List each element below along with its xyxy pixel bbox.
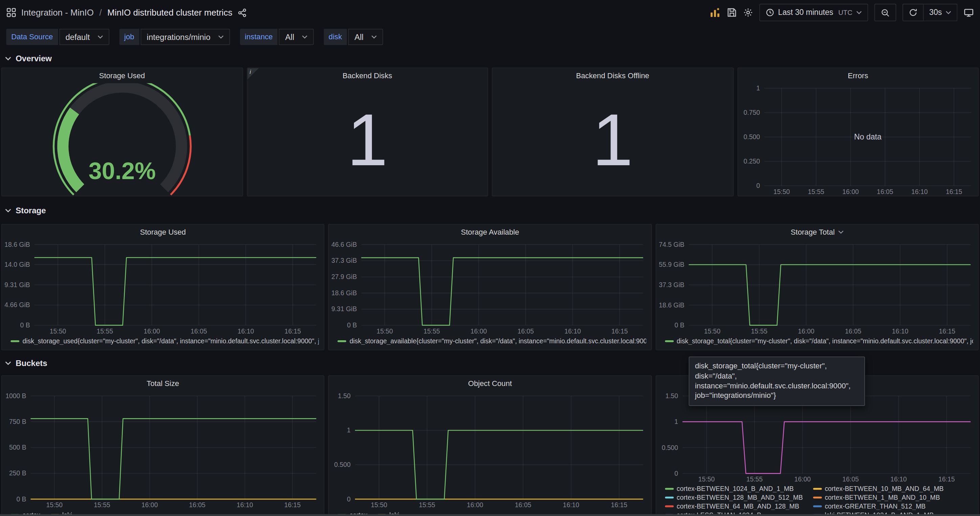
svg-text:16:05: 16:05: [189, 501, 205, 508]
chevron-down-icon: [218, 35, 224, 38]
row-header-storage[interactable]: Storage: [0, 196, 980, 224]
time-series-chart[interactable]: 18.6 GiB14.0 GiB9.31 GiB4.66 GiB0 B15:50…: [3, 241, 321, 335]
panel-title[interactable]: Storage Used: [2, 225, 324, 239]
legend-swatch: [338, 340, 347, 342]
variable-value-dropdown[interactable]: All: [279, 29, 313, 45]
svg-text:16:05: 16:05: [515, 501, 531, 508]
svg-text:0.500: 0.500: [334, 461, 351, 468]
refresh-button[interactable]: [902, 4, 924, 21]
svg-text:15:55: 15:55: [746, 475, 762, 483]
panel-title[interactable]: Storage Total: [656, 225, 978, 239]
save-icon[interactable]: [727, 8, 737, 18]
svg-text:16:15: 16:15: [938, 475, 954, 483]
variable-data-source: Data Sourcedefault: [6, 29, 109, 45]
refresh-interval-dropdown[interactable]: 30s: [923, 4, 957, 21]
panel-title[interactable]: Storage Available: [329, 225, 651, 239]
time-series-chart[interactable]: 74.5 GiB55.9 GiB37.3 GiB18.6 GiB0 B15:50…: [657, 241, 975, 335]
svg-text:16:10: 16:10: [892, 327, 908, 335]
svg-text:16:00: 16:00: [842, 188, 859, 195]
panel-legend: disk_storage_available{cluster="my-clust…: [329, 335, 651, 349]
zoom-out-button[interactable]: [874, 4, 896, 21]
dashboards-grid-icon[interactable]: [6, 8, 16, 18]
legend-item[interactable]: disk_storage_total{cluster="my-cluster",…: [665, 337, 973, 345]
time-series-chart[interactable]: 1.5010.500015:5015:5516:0016:0516:1016:1…: [330, 392, 649, 509]
navbar: Integration - MinIO / MinIO distributed …: [0, 0, 980, 25]
svg-text:No data: No data: [854, 132, 881, 141]
panel-title[interactable]: Storage Used: [2, 68, 242, 83]
next-row-edge: [0, 514, 980, 516]
svg-text:9.31 GiB: 9.31 GiB: [5, 281, 30, 288]
svg-text:27.9 GiB: 27.9 GiB: [332, 273, 357, 280]
variable-label: disk: [323, 29, 347, 45]
svg-text:0: 0: [756, 182, 760, 189]
panel-title[interactable]: Backend Disks Offline: [492, 68, 733, 83]
legend-item[interactable]: disk_storage_available{cluster="my-clust…: [338, 337, 646, 345]
svg-text:1: 1: [347, 426, 351, 434]
panel-legend: disk_storage_used{cluster="my-cluster", …: [2, 335, 324, 349]
panel-object-count: Object Count 1.5010.500015:5015:5516:001…: [328, 375, 651, 516]
svg-text:16:00: 16:00: [798, 327, 814, 335]
kiosk-monitor-icon[interactable]: [964, 8, 974, 18]
legend-item[interactable]: cortex-BETWEEN_64_MB_AND_128_MB: [665, 502, 803, 510]
svg-text:74.5 GiB: 74.5 GiB: [659, 241, 684, 248]
svg-text:14.0 GiB: 14.0 GiB: [5, 261, 30, 268]
svg-text:750 B: 750 B: [9, 418, 26, 425]
panel-legend: cortex-BETWEEN_1024_B_AND_1_MBcortex-BET…: [656, 484, 978, 516]
svg-text:15:55: 15:55: [97, 327, 113, 335]
variable-value-dropdown[interactable]: All: [348, 29, 383, 45]
chevron-down-icon: [5, 208, 11, 212]
row-header-overview[interactable]: Overview: [0, 49, 980, 67]
svg-text:15:55: 15:55: [751, 327, 767, 335]
share-icon[interactable]: [237, 8, 247, 17]
svg-text:15:55: 15:55: [419, 501, 435, 508]
svg-text:16:05: 16:05: [877, 188, 893, 195]
variable-value-dropdown[interactable]: default: [59, 29, 109, 45]
svg-text:0.250: 0.250: [743, 158, 760, 165]
time-series-chart[interactable]: 1000 B750 B500 B250 B0 B15:5015:5516:001…: [3, 392, 321, 509]
legend-item[interactable]: disk_storage_used{cluster="my-cluster", …: [11, 337, 319, 345]
panel-title[interactable]: Errors: [738, 68, 978, 83]
svg-text:15:55: 15:55: [94, 501, 110, 508]
legend-item[interactable]: cortex-BETWEEN_1_MB_AND_10_MB: [813, 494, 943, 501]
chevron-down-icon: [856, 11, 862, 14]
panel-info-icon[interactable]: i: [247, 68, 258, 79]
svg-text:16:05: 16:05: [842, 475, 859, 483]
legend-swatch: [813, 496, 822, 498]
panel-title[interactable]: Backend Disks: [247, 68, 487, 83]
legend-item[interactable]: cortex-BETWEEN_10_MB_AND_64_MB: [813, 485, 943, 492]
time-series-chart[interactable]: 10.7500.5000.250015:5015:5516:0016:0516:…: [739, 84, 975, 196]
svg-text:0 B: 0 B: [347, 321, 357, 329]
svg-text:0 B: 0 B: [675, 321, 684, 329]
panel-title[interactable]: Object Count: [329, 376, 651, 391]
legend-item[interactable]: cortex-BETWEEN_128_MB_AND_512_MB: [665, 494, 803, 501]
svg-text:16:10: 16:10: [563, 501, 580, 508]
add-panel-icon[interactable]: [709, 7, 721, 18]
time-range-picker[interactable]: Last 30 minutes UTC: [759, 4, 868, 21]
svg-text:16:10: 16:10: [237, 327, 254, 335]
svg-text:16:00: 16:00: [467, 501, 484, 508]
time-series-chart[interactable]: 46.6 GiB37.3 GiB27.9 GiB18.6 GiB9.31 GiB…: [330, 241, 649, 335]
svg-text:30.2%: 30.2%: [89, 158, 156, 184]
svg-text:0: 0: [347, 495, 351, 503]
panel-backend-disks: i Backend Disks 1: [247, 68, 488, 197]
panel-title[interactable]: Total Size: [2, 376, 324, 391]
breadcrumb-separator: /: [100, 8, 102, 18]
svg-text:15:50: 15:50: [698, 475, 715, 483]
gauge-chart[interactable]: 30.2%: [2, 83, 242, 196]
svg-text:37.3 GiB: 37.3 GiB: [332, 256, 357, 264]
variable-disk: diskAll: [323, 29, 383, 45]
svg-text:16:05: 16:05: [191, 327, 207, 335]
legend-item[interactable]: cortex-GREATER_THAN_512_MB: [813, 502, 943, 510]
panel-menu-chevron-icon[interactable]: [838, 230, 844, 234]
variables-bar: Data Sourcedefaultjobintegrations/minioi…: [0, 25, 980, 49]
stat-value: 1: [592, 103, 633, 177]
svg-text:16:10: 16:10: [890, 475, 907, 483]
chevron-down-icon: [5, 361, 11, 365]
settings-gear-icon[interactable]: [743, 8, 753, 18]
panel-storage-total-graph: Storage Total 74.5 GiB55.9 GiB37.3 GiB18…: [655, 224, 978, 350]
breadcrumb-folder[interactable]: Integration - MinIO: [21, 8, 94, 18]
variable-value-dropdown[interactable]: integrations/minio: [140, 29, 230, 45]
svg-text:1000 B: 1000 B: [5, 392, 26, 400]
legend-item[interactable]: cortex-BETWEEN_1024_B_AND_1_MB: [665, 485, 803, 492]
svg-text:0: 0: [674, 470, 678, 477]
